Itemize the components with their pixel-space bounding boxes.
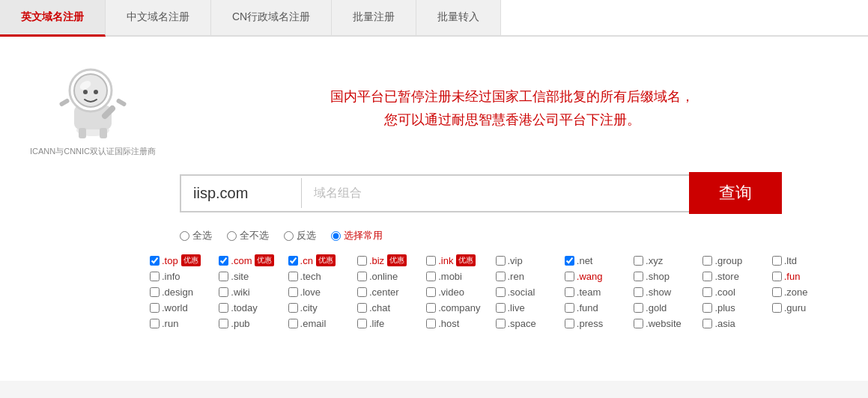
domain-badge: 优惠: [316, 254, 336, 266]
domain-item: .center: [357, 287, 423, 298]
domain-checkbox[interactable]: [150, 303, 160, 313]
domain-name-label: .social: [508, 287, 535, 298]
domain-item: .ren: [496, 271, 562, 282]
domain-checkbox[interactable]: [426, 287, 436, 297]
domain-checkbox[interactable]: [772, 256, 782, 266]
search-button[interactable]: 查询: [689, 172, 782, 214]
domain-checkbox[interactable]: [702, 287, 712, 297]
domain-checkbox[interactable]: [288, 272, 298, 281]
domain-item: .city: [288, 302, 354, 313]
domain-item: .biz优惠: [357, 254, 423, 266]
domain-combo-label: 域名组合: [302, 177, 689, 210]
radio-invert-label: 反选: [297, 229, 316, 242]
radio-common-input[interactable]: [331, 231, 341, 241]
radio-invert[interactable]: 反选: [284, 229, 316, 242]
domain-item: .tech: [288, 271, 354, 282]
radio-all[interactable]: 全选: [180, 229, 212, 242]
domain-checkbox[interactable]: [288, 319, 298, 328]
domain-item: .ltd: [772, 254, 838, 266]
tab-batch-reg[interactable]: 批量注册: [332, 0, 416, 35]
domain-name-label: .city: [300, 302, 318, 313]
radio-common[interactable]: 选择常用: [331, 229, 383, 242]
domain-name-label: .ren: [508, 271, 524, 282]
domain-checkbox[interactable]: [150, 319, 160, 328]
domain-checkbox[interactable]: [357, 287, 367, 297]
domain-checkbox[interactable]: [219, 256, 228, 266]
radio-none[interactable]: 全不选: [227, 229, 269, 242]
radio-none-input[interactable]: [227, 231, 237, 241]
domain-checkbox[interactable]: [288, 287, 298, 297]
domain-name-label: .top: [162, 255, 178, 266]
domain-checkbox[interactable]: [634, 319, 643, 328]
radio-all-input[interactable]: [180, 231, 189, 241]
domain-checkbox[interactable]: [772, 303, 782, 313]
domain-item: .plus: [702, 302, 768, 313]
domain-checkbox[interactable]: [219, 272, 228, 281]
radio-none-label: 全不选: [240, 229, 269, 242]
domain-checkbox[interactable]: [496, 319, 506, 328]
domain-checkbox[interactable]: [150, 287, 160, 297]
tab-batch-transfer[interactable]: 批量转入: [416, 0, 501, 35]
tab-cn-admin[interactable]: CN行政域名注册: [211, 0, 332, 35]
domain-item: .site: [219, 271, 285, 282]
domain-checkbox[interactable]: [150, 272, 160, 281]
domain-checkbox[interactable]: [219, 287, 228, 297]
domain-checkbox[interactable]: [634, 256, 643, 266]
domain-name-label: .mobi: [438, 271, 462, 282]
domain-name-label: .chat: [369, 302, 390, 313]
domain-checkbox[interactable]: [634, 272, 643, 281]
tab-en-domain[interactable]: 英文域名注册: [0, 0, 106, 37]
domain-checkbox[interactable]: [565, 256, 574, 266]
svg-point-9: [94, 90, 98, 94]
domain-item: .info: [150, 271, 216, 282]
domain-checkbox[interactable]: [565, 303, 574, 313]
domain-name-label: .space: [508, 318, 536, 329]
svg-rect-1: [58, 98, 70, 107]
domain-badge: 优惠: [181, 254, 201, 266]
domain-checkbox[interactable]: [496, 303, 506, 313]
domain-checkbox[interactable]: [565, 319, 574, 328]
domain-checkbox[interactable]: [426, 272, 436, 281]
domain-item: .net: [565, 254, 631, 266]
domain-item: .host: [426, 318, 492, 329]
domain-checkbox[interactable]: [288, 303, 298, 313]
domain-item: .asia: [702, 318, 768, 329]
domain-checkbox[interactable]: [150, 256, 160, 266]
domain-checkbox[interactable]: [219, 303, 228, 313]
domain-checkbox[interactable]: [426, 256, 436, 266]
domain-item: .com优惠: [219, 254, 285, 266]
domain-checkbox[interactable]: [702, 319, 712, 328]
domain-checkbox[interactable]: [426, 303, 436, 313]
domain-checkbox[interactable]: [357, 272, 367, 281]
svg-rect-2: [115, 98, 127, 107]
domain-checkbox[interactable]: [634, 303, 643, 313]
domain-checkbox[interactable]: [496, 287, 506, 297]
domain-checkbox[interactable]: [357, 256, 367, 266]
domain-checkbox[interactable]: [634, 287, 643, 297]
domain-checkbox[interactable]: [565, 272, 574, 281]
domain-checkbox[interactable]: [702, 256, 712, 266]
domain-item: .mobi: [426, 271, 492, 282]
domain-name-label: .store: [714, 271, 739, 282]
domain-checkbox[interactable]: [496, 272, 506, 281]
domain-checkbox[interactable]: [702, 303, 712, 313]
tab-cn-domain[interactable]: 中文域名注册: [106, 0, 211, 35]
domain-search-input[interactable]: [181, 176, 301, 211]
domain-checkbox[interactable]: [219, 319, 228, 328]
domain-checkbox[interactable]: [496, 256, 506, 266]
radio-invert-input[interactable]: [284, 231, 294, 241]
domain-item: .run: [150, 318, 216, 329]
domain-item: .chat: [357, 302, 423, 313]
domain-checkbox[interactable]: [702, 272, 712, 281]
icann-label: ICANN与CNNIC双认证国际注册商: [30, 146, 156, 157]
domain-item: .life: [357, 318, 423, 329]
domain-checkbox[interactable]: [772, 272, 782, 281]
domain-checkbox[interactable]: [772, 287, 782, 297]
domain-checkbox[interactable]: [565, 287, 574, 297]
domain-checkbox[interactable]: [426, 319, 436, 328]
domain-name-label: .pub: [231, 318, 249, 329]
domain-checkbox[interactable]: [288, 256, 298, 266]
domain-item: .guru: [772, 302, 838, 313]
domain-checkbox[interactable]: [357, 303, 367, 313]
domain-checkbox[interactable]: [357, 319, 367, 328]
